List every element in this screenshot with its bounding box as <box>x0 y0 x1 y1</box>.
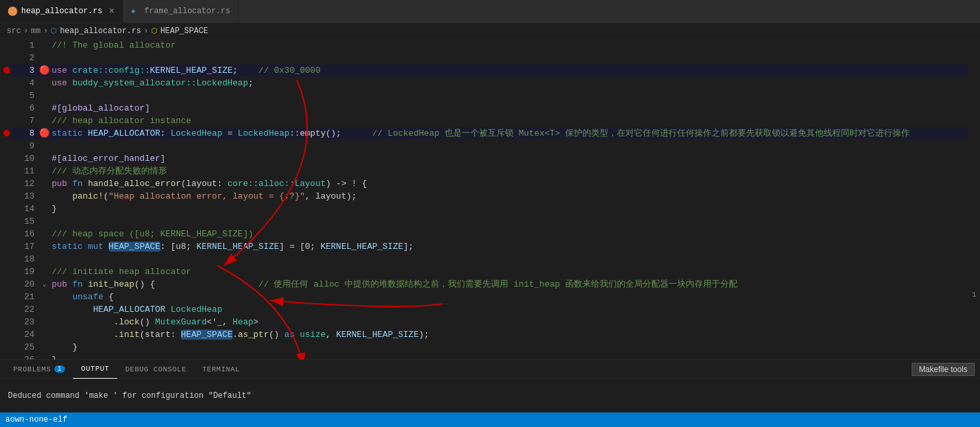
code-line-25: 25 } <box>12 341 968 354</box>
code-line-11: 11 /// 动态内存分配失败的情形 <box>12 165 968 177</box>
breadcrumb-sym-icon: ⬡ <box>151 26 158 35</box>
code-line-19: 19 /// initiate heap allocator <box>12 265 968 278</box>
tab-output[interactable]: OUTPUT <box>73 360 117 379</box>
code-line-16: 16 /// heap space ([u8; KERNEL_HEAP_SIZE… <box>12 228 968 240</box>
code-line-5: 5 <box>12 89 968 102</box>
panel-content: Deduced command 'make ' for configuratio… <box>0 379 980 412</box>
breadcrumb-file-icon: ⬡ <box>50 26 57 35</box>
breakpoint-line8 <box>3 130 10 136</box>
code-line-10: 10 #[alloc_error_handler] <box>12 152 968 165</box>
tab-problems[interactable]: PROBLEMS 1 <box>5 360 73 379</box>
tab-bar: heap_allocator.rs × ◈ frame_allocator.rs <box>0 0 980 23</box>
margin-label-1: 1 <box>972 291 977 299</box>
code-line-8: 8 🔴 static HEAP_ALLOCATOR: LockedHeap = … <box>12 127 968 140</box>
breadcrumb-src[interactable]: src <box>7 26 21 36</box>
code-line-4: 4 use buddy_system_allocator::LockedHeap… <box>12 77 968 89</box>
tab-problems-label: PROBLEMS <box>13 365 51 373</box>
breadcrumb-sep2: › <box>43 26 48 36</box>
code-line-6: 6 #[global_allocator] <box>12 102 968 115</box>
code-line-26: 26 } <box>12 354 968 359</box>
code-line-20: 20 ⌄ pub fn init_heap() { // 使用任何 alloc … <box>12 278 968 291</box>
problems-badge: 1 <box>54 365 66 373</box>
bottom-panel: PROBLEMS 1 OUTPUT DEBUG CONSOLE TERMINAL… <box>0 359 980 412</box>
status-text: aown-none-elf <box>5 415 68 424</box>
tab-close-heap[interactable]: × <box>109 7 114 16</box>
output-text: Deduced command 'make ' for configuratio… <box>8 391 251 401</box>
code-line-2: 2 <box>12 52 968 64</box>
code-line-13: 13 panic!("Heap allocation error, layout… <box>12 190 968 203</box>
editor[interactable]: 1 //! The global allocator 2 3 🔴 use cra… <box>12 39 968 359</box>
makefile-tools-button[interactable]: Makefile tools <box>912 363 975 376</box>
main-area: 1 //! The global allocator 2 3 🔴 use cra… <box>0 39 980 359</box>
editor-wrapper: 1 //! The global allocator 2 3 🔴 use cra… <box>12 39 968 359</box>
code-line-24: 24 .init(start: HEAP_SPACE.as_ptr() as u… <box>12 328 968 341</box>
code-container: 1 //! The global allocator 2 3 🔴 use cra… <box>12 39 968 359</box>
breadcrumb-mm[interactable]: mm <box>31 26 40 36</box>
code-line-12: 12 pub fn handle_alloc_error(layout: cor… <box>12 177 968 190</box>
breadcrumb-sep3: › <box>144 26 148 36</box>
code-line-14: 14 } <box>12 203 968 215</box>
breadcrumb-symbol[interactable]: HEAP_SPACE <box>160 26 208 36</box>
breadcrumb-sep1: › <box>24 26 28 36</box>
fold-icon-20[interactable]: ⌄ <box>42 278 46 291</box>
tab-frame-allocator[interactable]: ◈ frame_allocator.rs <box>123 0 239 23</box>
sidebar-gutter <box>0 39 12 359</box>
breadcrumb-file[interactable]: heap_allocator.rs <box>60 26 140 36</box>
code-line-1: 1 //! The global allocator <box>12 39 968 52</box>
tab-label-frame: frame_allocator.rs <box>144 7 231 16</box>
code-line-23: 23 .lock() MutexGuard<'_, Heap> <box>12 316 968 328</box>
code-line-18: 18 <box>12 253 968 265</box>
tab-file-icon-frame: ◈ <box>131 7 140 16</box>
tab-terminal-label: TERMINAL <box>202 365 240 373</box>
tab-terminal[interactable]: TERMINAL <box>194 360 248 379</box>
code-line-3: 3 🔴 use crate::config::KERNEL_HEAP_SIZE;… <box>12 64 968 77</box>
code-line-15: 15 <box>12 215 968 228</box>
code-line-21: 21 unsafe { <box>12 291 968 303</box>
tab-debug-console[interactable]: DEBUG CONSOLE <box>117 360 194 379</box>
tab-label-heap: heap_allocator.rs <box>21 7 102 16</box>
tab-heap-allocator[interactable]: heap_allocator.rs × <box>0 0 123 23</box>
tab-output-label: OUTPUT <box>81 365 109 373</box>
breadcrumb: src › mm › ⬡ heap_allocator.rs › ⬡ HEAP_… <box>0 23 980 39</box>
tab-debug-label: DEBUG CONSOLE <box>125 365 186 373</box>
tab-file-icon-heap <box>8 7 17 16</box>
code-line-17: 17 static mut HEAP_SPACE: [u8; KERNEL_HE… <box>12 240 968 253</box>
panel-tabs: PROBLEMS 1 OUTPUT DEBUG CONSOLE TERMINAL… <box>0 360 980 379</box>
code-line-7: 7 /// heap allocator instance <box>12 115 968 127</box>
breakpoint-line3 <box>3 67 10 73</box>
right-margin: 1 <box>968 39 980 359</box>
status-bar: aown-none-elf <box>0 412 980 427</box>
code-line-9: 9 <box>12 140 968 152</box>
code-line-22: 22 HEAP_ALLOCATOR LockedHeap <box>12 303 968 316</box>
